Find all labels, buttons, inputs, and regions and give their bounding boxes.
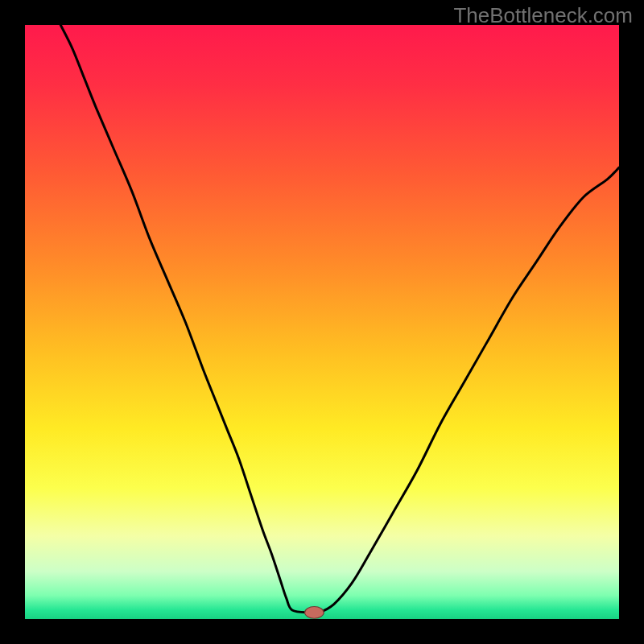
chart-frame: { "watermark": "TheBottleneck.com", "col… (0, 0, 644, 644)
watermark-text: TheBottleneck.com (453, 3, 633, 28)
bottleneck-chart (0, 0, 644, 644)
plot-background (25, 25, 619, 619)
optimum-marker (305, 607, 324, 619)
